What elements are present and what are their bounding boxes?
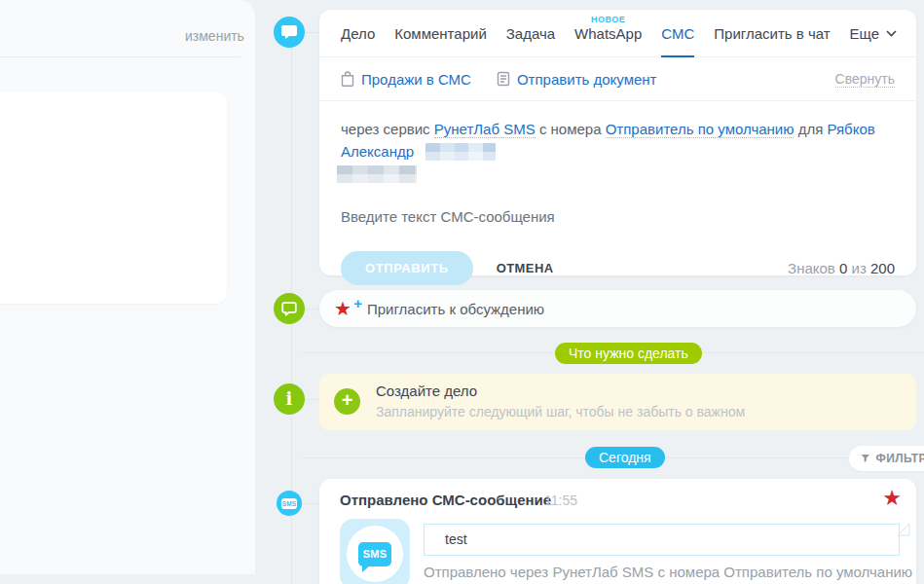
sms-avatar-bubble: SMS — [358, 542, 391, 566]
sms-sent-entry: Отправлено СМС-сообщение 11:55 ★ SMS tes… — [319, 479, 916, 584]
plus-icon: + — [353, 295, 362, 311]
sms-compose-icon — [274, 17, 305, 48]
sms-message-input[interactable]: Введите текст СМС-сообщения — [341, 208, 895, 225]
today-pill: Сегодня — [585, 447, 665, 468]
entry-time: 11:55 — [544, 493, 577, 508]
filter-button[interactable]: ФИЛЬТР — [849, 446, 924, 471]
tab-label: Дело — [341, 25, 375, 42]
compose-actions: ОТПРАВИТЬ ОТМЕНА Знаков 0 из 200 — [341, 251, 895, 285]
contact-sidebar: изменить Домашний Мобильный Рабочий Личн… — [0, 0, 255, 574]
favorite-star-icon[interactable]: ★ — [882, 488, 902, 509]
tab-task[interactable]: Задача — [506, 10, 555, 56]
sender-number-link[interactable]: Отправитель по умолчанию — [606, 121, 795, 138]
star-icon: ★ — [334, 298, 351, 319]
deal-title: Создайте дело — [376, 383, 477, 399]
sms-compose-card: Дело Комментарий Задача НОВОЕ WhatsApp С… — [319, 10, 916, 275]
rail-connector — [305, 309, 319, 310]
crm-timeline-screen: изменить Домашний Мобильный Рабочий Личн… — [0, 0, 924, 584]
sms-sales-link[interactable]: Продажи в СМС — [341, 71, 471, 88]
shopping-bag-icon — [341, 71, 354, 87]
sidebar-divider — [0, 56, 240, 57]
filter-label: ФИЛЬТР — [876, 452, 924, 465]
compose-toolbar: Продажи в СМС Отправить документ Свернут… — [319, 57, 916, 101]
counter-of: из — [852, 260, 867, 276]
service-provider-link[interactable]: РунетЛаб SMS — [434, 121, 536, 138]
tab-whatsapp[interactable]: НОВОЕ WhatsApp — [574, 10, 642, 56]
more-tabs-button[interactable]: Еще — [850, 25, 898, 42]
sms-avatar: SMS — [340, 519, 410, 584]
info-icon: i — [274, 383, 305, 415]
funnel-icon — [861, 453, 870, 464]
compose-body: через сервис РунетЛаб SMS с номера Отпра… — [319, 101, 916, 285]
timeline-tabs: Дело Комментарий Задача НОВОЕ WhatsApp С… — [319, 10, 916, 57]
tab-sms[interactable]: СМС — [661, 10, 694, 56]
contact-photo-card — [0, 92, 227, 304]
tab-invite-chat[interactable]: Пригласить в чат — [714, 10, 830, 56]
send-document-link[interactable]: Отправить документ — [497, 71, 657, 88]
tab-label: СМС — [661, 25, 694, 42]
rail-connector — [305, 399, 319, 400]
discussion-icon — [274, 293, 305, 324]
redacted-phone-number — [337, 165, 417, 183]
chat-outline-icon — [281, 302, 297, 316]
link-label: Отправить документ — [517, 71, 657, 88]
info-glyph: i — [286, 390, 293, 408]
sms-entry-icon: SMS — [277, 491, 302, 516]
tab-label: Задача — [506, 25, 555, 42]
new-badge: НОВОЕ — [591, 15, 625, 24]
sms-avatar-circle: SMS — [347, 526, 403, 582]
deal-subtitle: Запланируйте следующий шаг, чтобы не заб… — [376, 404, 745, 420]
tab-label: Пригласить в чат — [714, 25, 830, 42]
document-icon — [497, 71, 510, 87]
bubble-tail — [898, 524, 910, 536]
todo-pill: Что нужно сделать — [555, 343, 702, 364]
sms-message-text: test — [425, 525, 899, 555]
tab-label: Комментарий — [394, 25, 486, 42]
sms-bubble-glyph: SMS — [281, 498, 297, 509]
service-text: через сервис — [341, 121, 430, 137]
more-label: Еще — [850, 25, 880, 42]
chat-bubble-icon — [281, 25, 297, 39]
collapse-link[interactable]: Свернуть — [835, 71, 895, 88]
add-deal-icon: + — [334, 388, 360, 415]
cancel-button[interactable]: ОТМЕНА — [497, 261, 554, 275]
star-plus-icon: ★ + — [334, 299, 351, 319]
tab-label: WhatsApp — [574, 25, 642, 42]
entry-title: Отправлено СМС-сообщение — [340, 492, 551, 508]
service-text: с номера — [539, 121, 602, 137]
link-label: Продажи в СМС — [361, 71, 471, 88]
rail-connector — [302, 503, 319, 504]
tab-comment[interactable]: Комментарий — [394, 10, 486, 56]
service-text: для — [798, 121, 824, 137]
tab-deal[interactable]: Дело — [341, 10, 375, 56]
char-counter: Знаков 0 из 200 — [788, 260, 895, 276]
sms-message-bubble: test — [424, 524, 900, 556]
invite-label: Пригласить к обсуждению — [367, 301, 544, 317]
invite-discussion-row[interactable]: ★ + Пригласить к обсуждению — [319, 290, 916, 327]
rail-connector — [305, 32, 319, 33]
sms-status-text: Отправлено через РунетЛаб SMS с номера О… — [424, 564, 912, 580]
edit-link[interactable]: изменить — [185, 28, 244, 44]
create-deal-card[interactable]: + Создайте дело Запланируйте следующий ш… — [319, 374, 916, 430]
counter-max: 200 — [870, 260, 895, 276]
counter-count: 0 — [839, 260, 847, 276]
service-settings-line: через сервис РунетЛаб SMS с номера Отпра… — [341, 118, 895, 185]
counter-label: Знаков — [788, 260, 835, 276]
send-button[interactable]: ОТПРАВИТЬ — [341, 251, 473, 285]
chevron-down-icon — [886, 30, 897, 37]
redacted-phone-number — [425, 143, 496, 161]
